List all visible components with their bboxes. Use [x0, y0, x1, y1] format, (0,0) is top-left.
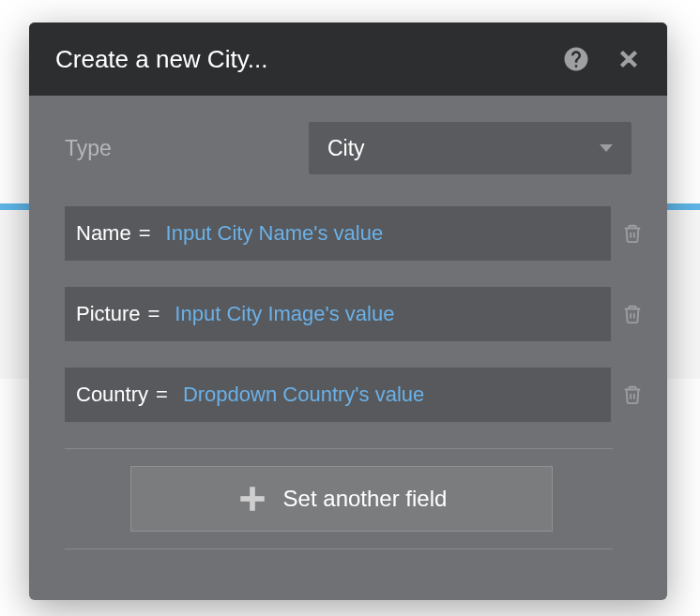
equals-sign: =: [131, 221, 160, 246]
trash-icon[interactable]: [615, 302, 650, 326]
type-label: Type: [65, 136, 309, 161]
dialog-header: Create a new City...: [29, 23, 667, 96]
field-label: Name: [76, 221, 131, 246]
add-button-label: Set another field: [283, 486, 448, 512]
chevron-down-icon: [600, 144, 613, 152]
field-row-picture: Picture = Input City Image's value: [65, 287, 650, 341]
svg-rect-7: [240, 496, 265, 502]
equals-sign: =: [148, 383, 177, 407]
field-label: Country: [76, 383, 148, 407]
divider: [65, 548, 613, 549]
trash-icon[interactable]: [615, 383, 650, 407]
field-box[interactable]: Picture = Input City Image's value: [65, 287, 611, 341]
create-dialog: Create a new City... Type City Name = In…: [29, 23, 667, 600]
field-row-name: Name = Input City Name's value: [65, 206, 650, 261]
field-box[interactable]: Name = Input City Name's value: [65, 206, 611, 261]
dialog-title: Create a new City...: [55, 45, 536, 74]
field-value[interactable]: Input City Image's value: [169, 302, 600, 326]
help-icon[interactable]: [562, 45, 590, 73]
divider: [65, 448, 613, 449]
field-value[interactable]: Input City Name's value: [160, 221, 600, 246]
field-row-country: Country = Dropdown Country's value: [65, 368, 650, 422]
equals-sign: =: [140, 302, 169, 326]
set-another-field-button[interactable]: Set another field: [130, 466, 553, 532]
field-box[interactable]: Country = Dropdown Country's value: [65, 368, 611, 422]
type-row: Type City: [65, 122, 650, 174]
close-icon[interactable]: [616, 47, 641, 71]
dialog-body: Type City Name = Input City Name's value: [29, 96, 667, 581]
plus-icon: [236, 483, 268, 515]
type-select-value: City: [327, 136, 600, 161]
type-select[interactable]: City: [309, 122, 632, 174]
field-label: Picture: [76, 302, 140, 326]
trash-icon[interactable]: [615, 221, 650, 246]
field-value[interactable]: Dropdown Country's value: [177, 383, 600, 407]
